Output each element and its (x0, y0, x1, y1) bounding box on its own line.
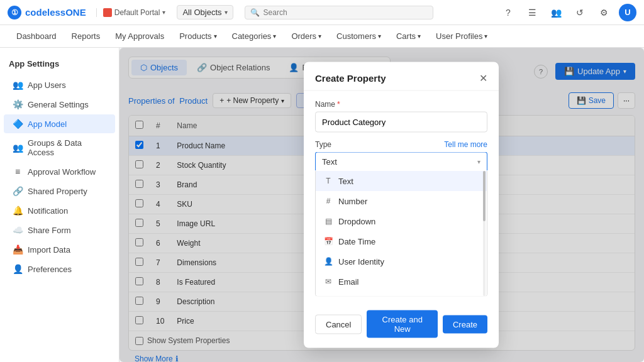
sidebar-item-label: Groups & Data Access (28, 138, 106, 157)
create-property-modal: Create Property ✕ Name * Type Tell me mo… (304, 62, 499, 348)
cancel-button[interactable]: Cancel (315, 314, 362, 334)
search-bar[interactable]: 🔍 (245, 6, 433, 19)
logo-icon: ① (8, 6, 21, 19)
type-option-link[interactable]: 🔗 Link (316, 292, 487, 297)
dropdown-scrollbar-track (483, 171, 486, 296)
selected-type-label: Text (322, 157, 337, 167)
portal-selector[interactable]: Default Portal ▾ (96, 8, 166, 17)
sidebar-item-label: General Settings (28, 100, 89, 109)
menu-button[interactable]: ☰ (523, 4, 541, 21)
sidebar-title: App Settings (0, 55, 119, 75)
modal-header: Create Property ✕ (304, 62, 499, 91)
modal-footer: Cancel Create and New Create (304, 302, 499, 348)
sidebar-item-label: Preferences (28, 265, 72, 274)
sidebar-item-label: App Model (28, 119, 67, 129)
topbar: ① codelessONE Default Portal ▾ All Objec… (0, 0, 644, 25)
nav-dashboard[interactable]: Dashboard (10, 28, 63, 45)
notification-icon: 🔔 (13, 206, 23, 216)
sidebar-item-app-model[interactable]: 🔷 App Model (4, 114, 115, 133)
nav-orders[interactable]: Orders ▾ (285, 28, 328, 45)
type-option-datetime[interactable]: 📅 Date Time (316, 231, 487, 251)
create-button[interactable]: Create (443, 315, 487, 333)
sidebar-item-label: Import Data (28, 245, 70, 255)
sidebar-item-import-data[interactable]: 📥 Import Data (4, 240, 115, 259)
create-and-new-button[interactable]: Create and New (367, 310, 438, 338)
app-users-icon: 👥 (13, 80, 23, 90)
customers-arrow-icon: ▾ (378, 33, 381, 40)
type-select-container: Text ▾ T Text # Number ▤ (315, 152, 487, 297)
type-field-label: Type (315, 140, 331, 149)
sidebar-item-general-settings[interactable]: ⚙️ General Settings (4, 95, 115, 114)
portal-arrow-icon: ▾ (162, 9, 165, 16)
share-form-icon: ☁️ (13, 225, 23, 235)
number-type-icon: # (323, 196, 333, 206)
groups-icon: 👥 (13, 143, 23, 153)
sidebar-item-shared-property[interactable]: 🔗 Shared Property (4, 182, 115, 200)
sidebar-item-label: App Users (28, 80, 66, 90)
preferences-icon: 👤 (13, 264, 23, 274)
app-logo[interactable]: ① codelessONE (8, 6, 86, 19)
type-row: Type Tell me more (315, 140, 487, 149)
main-layout: App Settings 👥 App Users ⚙️ General Sett… (0, 48, 644, 362)
logo-text: codelessONE (25, 7, 86, 18)
objects-arrow-icon: ▾ (225, 9, 228, 16)
required-indicator: * (337, 100, 340, 109)
navbar: Dashboard Reports My Approvals Products … (0, 25, 644, 48)
sidebar-item-notification[interactable]: 🔔 Notification (4, 201, 115, 220)
user-avatar[interactable]: U (619, 4, 636, 21)
search-icon: 🔍 (250, 8, 260, 17)
sidebar-item-share-form[interactable]: ☁️ Share Form (4, 221, 115, 239)
approval-workflow-icon: ≡ (13, 167, 23, 177)
objects-dropdown-label: All Objects (182, 8, 221, 17)
name-field-label: Name * (315, 100, 487, 109)
sidebar-item-app-users[interactable]: 👥 App Users (4, 75, 115, 94)
nav-customers[interactable]: Customers ▾ (330, 28, 387, 45)
help-button[interactable]: ? (499, 4, 517, 21)
users-button[interactable]: 👥 (547, 4, 565, 21)
nav-my-approvals[interactable]: My Approvals (109, 28, 170, 45)
dropdown-scrollbar-thumb (483, 171, 486, 221)
type-select[interactable]: Text ▾ (315, 152, 487, 171)
content-area: ⬡ Objects 🔗 Object Relations 👤 Roles 🖥 P… (119, 48, 644, 362)
objects-dropdown[interactable]: All Objects ▾ (177, 5, 233, 19)
modal-title: Create Property (315, 73, 386, 84)
import-data-icon: 📥 (13, 244, 23, 255)
settings-button[interactable]: ⚙ (595, 4, 613, 21)
tell-me-more-link[interactable]: Tell me more (444, 140, 487, 149)
topbar-actions: ? ☰ 👥 ↺ ⚙ U (499, 4, 636, 21)
sidebar-item-approval-workflow[interactable]: ≡ Approval Workflow (4, 162, 115, 181)
nav-categories[interactable]: Categories ▾ (226, 28, 283, 45)
property-name-input[interactable] (315, 112, 487, 133)
categories-arrow-icon: ▾ (273, 33, 276, 40)
type-option-text[interactable]: T Text (316, 171, 487, 191)
text-type-icon: T (323, 176, 333, 186)
modal-body: Name * Type Tell me more Text ▾ T (304, 91, 499, 297)
type-select-arrow-icon: ▾ (477, 158, 480, 165)
sidebar-item-groups-data-access[interactable]: 👥 Groups & Data Access (4, 134, 115, 162)
sidebar: App Settings 👥 App Users ⚙️ General Sett… (0, 48, 119, 362)
nav-reports[interactable]: Reports (65, 28, 107, 45)
nav-carts[interactable]: Carts ▾ (390, 28, 427, 45)
history-button[interactable]: ↺ (571, 4, 589, 21)
sidebar-item-label: Shared Property (28, 187, 87, 196)
modal-close-button[interactable]: ✕ (479, 72, 487, 84)
sidebar-item-preferences[interactable]: 👤 Preferences (4, 260, 115, 278)
sidebar-item-label: Approval Workflow (28, 167, 96, 177)
nav-user-profiles[interactable]: User Profiles ▾ (430, 28, 494, 45)
dropdown-type-icon: ▤ (323, 216, 333, 226)
orders-arrow-icon: ▾ (318, 33, 321, 40)
carts-arrow-icon: ▾ (418, 33, 421, 40)
shared-property-icon: 🔗 (13, 186, 23, 196)
type-option-dropdown[interactable]: ▤ Dropdown (316, 211, 487, 231)
search-input[interactable] (264, 8, 428, 17)
sidebar-item-label: Share Form (28, 226, 71, 235)
products-arrow-icon: ▾ (214, 33, 217, 40)
user-identity-type-icon: 👤 (323, 256, 333, 266)
type-option-user-identity[interactable]: 👤 User Identity (316, 251, 487, 272)
type-option-number[interactable]: # Number (316, 191, 487, 211)
type-option-email[interactable]: ✉ Email (316, 272, 487, 292)
nav-products[interactable]: Products ▾ (173, 28, 223, 45)
email-type-icon: ✉ (323, 277, 333, 287)
type-dropdown-list: T Text # Number ▤ Dropdown 📅 (315, 171, 487, 297)
portal-icon (103, 8, 112, 17)
